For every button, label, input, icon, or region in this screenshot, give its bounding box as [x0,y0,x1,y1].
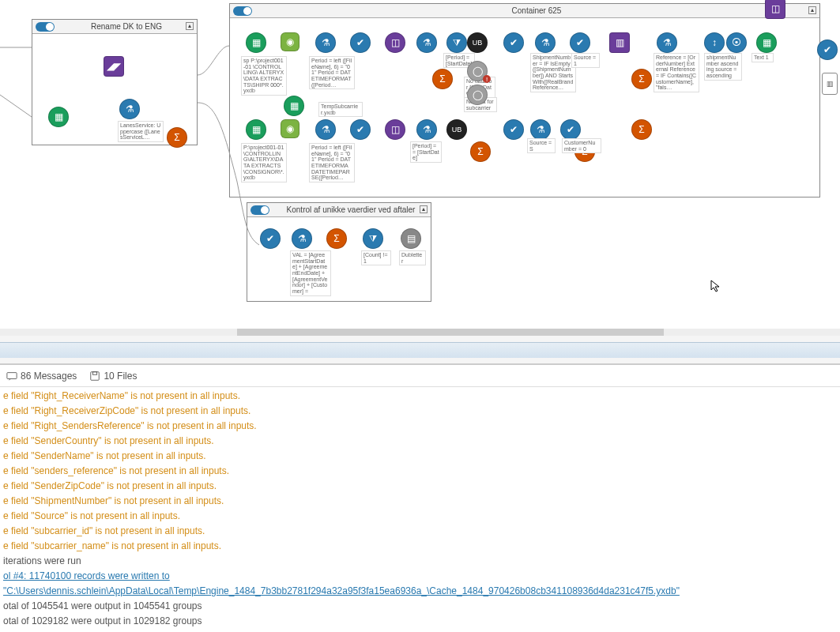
annotation: TempSubcarrier.yxdb [318,102,363,117]
formula-tool[interactable]: ⚗ [657,32,677,53]
error-badge: ! [483,75,491,83]
container-header[interactable]: Rename DK to ENG ▴ [32,20,197,34]
container-control[interactable]: Kontrol af unikke vaerdier ved aftaler ▴… [247,202,431,302]
container-625[interactable]: Container 625 ▴ ▦ ◉ ⚗ ✔ ◫ ⚗ ⧩ UB ✔ ⚗ ✔ ▥… [229,3,820,198]
annotation: Source = S [527,138,556,153]
svg-rect-2 [93,371,97,374]
container-toggle[interactable] [233,6,252,16]
filter-tool[interactable]: ⧩ [446,32,467,53]
message-line: e field "Source" is not present in all i… [3,509,837,524]
annotation: [Period] = = [StartDate] [410,141,442,163]
files-count: 10 Files [104,371,137,382]
formula-tool[interactable]: ⚗ [530,119,551,140]
annotation: Period = left ([FileName], 6) = "01" Per… [309,143,355,182]
select-tool[interactable]: ✔ [503,32,524,53]
svg-rect-0 [7,372,17,378]
output-tool[interactable]: ▦ [756,32,777,53]
browse-tool[interactable]: ▦ [48,107,69,127]
message-line: e field "subcarrier_name" is not present… [3,539,837,554]
filter-tool[interactable]: ⧩ [363,228,383,249]
annotation: Period = left ([FileName], 6) = "01" Per… [309,56,355,89]
summarize-tool[interactable]: Σ [631,119,652,140]
input-tool[interactable]: ▦ [246,119,266,140]
message-line: otal of 1029182 were output in 1029182 g… [3,614,837,629]
union-tool[interactable]: ◫ [385,32,405,53]
container-collapse[interactable]: ▴ [186,22,194,30]
container-collapse[interactable]: ▴ [808,6,816,14]
message-line[interactable]: ol #4: 11740100 records were written to … [3,569,837,599]
select-tool[interactable]: ✔ [817,40,838,60]
scroll-thumb[interactable] [237,329,664,336]
select-tool[interactable]: ✔ [560,119,581,140]
select-tool[interactable]: ✔ [350,119,371,140]
container-header[interactable]: Kontrol af unikke vaerdier ved aftaler ▴ [247,203,431,217]
select-tool[interactable]: ✔ [350,32,371,53]
select-tool[interactable]: ✔ [260,228,281,249]
summarize-tool[interactable]: Σ [470,141,491,162]
formula-tool[interactable]: ⚗ [119,99,140,119]
datetime-tool[interactable]: UB [446,119,467,140]
annotation: sp P:\project001-01 \CONTROLLING\ ALTERY… [241,56,287,96]
dynamic-input-tool[interactable]: ◉ [281,119,299,138]
messages-tab[interactable]: 86 Messages [6,371,77,382]
message-line: e field "subcarrier_id" is not present i… [3,524,837,539]
svg-rect-1 [91,371,100,380]
container-tool[interactable]: ◯ [467,85,488,105]
message-line: e field "Right_ReceiverZipCode" is not p… [3,404,837,419]
message-line: otal of 1045541 were output in 1045541 g… [3,599,837,614]
messages-list[interactable]: e field "Right_ReceiverName" is not pres… [0,387,840,632]
horizontal-scrollbar[interactable] [0,329,840,336]
find-replace-tool[interactable]: ◢◤ [104,56,124,77]
panel-separator[interactable] [0,342,840,358]
disk-icon [89,371,100,382]
tool[interactable]: ◫ [765,0,785,19]
formula-tool[interactable]: ⚗ [315,32,336,53]
message-line: e field "Right_ReceiverName" is not pres… [3,389,837,404]
formula-tool[interactable]: ⚗ [416,119,437,140]
message-line: e field "ShipmentNumber" is not present … [3,494,837,509]
annotation: Reference = [OrderNumber] External Refer… [654,53,699,92]
message-line: e field "SenderZipCode" is not present i… [3,479,837,494]
formula-tool[interactable]: ⚗ [535,32,556,53]
message-line: e field "senders_reference" is not prese… [3,464,837,479]
select-tool[interactable]: ✔ [503,119,524,140]
results-header: 86 Messages 10 Files [0,365,840,387]
container-collapse[interactable]: ▴ [420,205,428,213]
annotation: Text 1 [751,53,774,62]
container-title: Container 625 [257,6,816,15]
tool[interactable]: ▥ [822,73,838,95]
output-tool[interactable]: ▤ [401,228,421,249]
input-tool[interactable]: ▦ [246,32,266,53]
message-line: e field "Right_SendersReference" is not … [3,419,837,434]
select-tool[interactable]: ✔ [570,32,590,53]
annotation-lanesservice: LanesService: Uppercase ([LanesServiceL… [118,121,164,142]
message-icon [6,371,17,382]
files-tab[interactable]: 10 Files [89,371,137,382]
sort-tool[interactable]: ↕ [704,32,725,53]
unique-tool[interactable]: ⦿ [726,32,747,53]
container-rename[interactable]: Rename DK to ENG ▴ ◢◤ ▦ ⚗ LanesService: … [32,19,198,145]
message-line: e field "SenderCountry" is not present i… [3,434,837,449]
union-tool[interactable]: ▥ [609,32,630,53]
summarize-tool[interactable]: Σ [432,69,453,89]
container-header[interactable]: Container 625 ▴ [230,4,819,18]
union-tool[interactable]: ◫ [385,119,405,140]
datetime-tool[interactable]: UB [467,32,488,53]
annotation: ShipmentNumber = IF IsEmpty([ShipmentNum… [530,53,576,92]
dynamic-input-tool[interactable]: ◉ [281,32,299,51]
formula-tool[interactable]: ⚗ [416,32,437,53]
formula-tool[interactable]: ⚗ [292,228,312,249]
summarize-tool[interactable]: Σ [631,69,652,89]
annotation: Dubletter [399,250,426,265]
container-toggle[interactable] [250,205,269,215]
formula-tool[interactable]: ⚗ [315,119,336,140]
annotation: shipmentNumber ascending source = ascend… [704,53,742,81]
browse-tool[interactable]: ▦ [284,96,304,116]
summarize-tool[interactable]: Σ [167,127,187,148]
annotation: CustomerNumber = 0 [562,138,601,153]
messages-count: 86 Messages [21,371,77,382]
container-title: Kontrol af unikke vaerdier ved aftaler [274,205,428,214]
summarize-tool[interactable]: Σ [326,228,347,249]
container-toggle[interactable] [36,22,55,32]
workflow-canvas[interactable]: Rename DK to ENG ▴ ◢◤ ▦ ⚗ LanesService: … [0,0,840,336]
